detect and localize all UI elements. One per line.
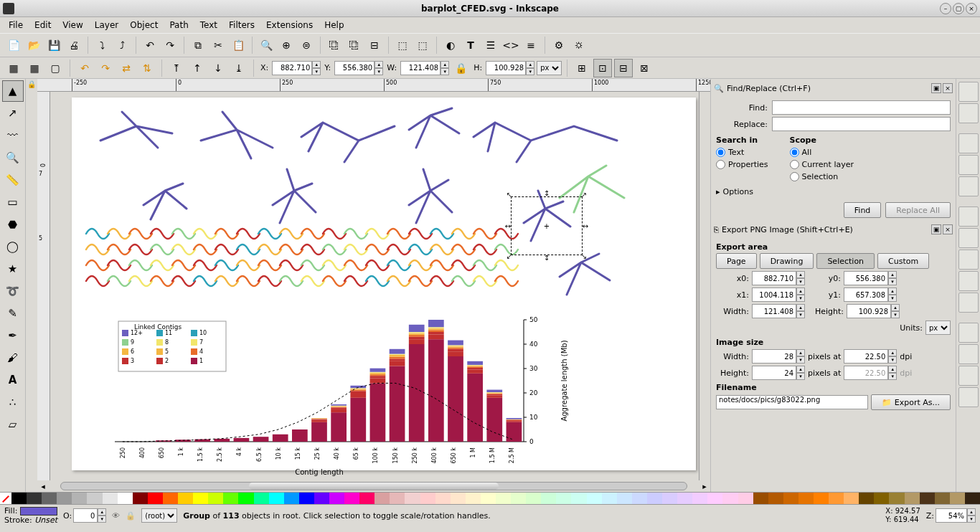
swatch[interactable] xyxy=(390,493,405,504)
swatch[interactable] xyxy=(87,493,102,504)
img-height[interactable] xyxy=(752,366,796,380)
export-units[interactable]: px xyxy=(925,320,951,335)
swatch[interactable] xyxy=(768,493,783,504)
layer-lock-icon[interactable]: 🔒 xyxy=(126,511,136,521)
export-height[interactable] xyxy=(847,304,891,318)
undo-button[interactable]: ↶ xyxy=(141,36,159,54)
swatch[interactable] xyxy=(905,493,920,504)
tweak-tool[interactable]: 〰 xyxy=(2,125,24,146)
horizontal-scrollbar[interactable]: ◂ ▸ xyxy=(37,480,710,492)
panel-close-button-2[interactable]: × xyxy=(943,224,953,234)
ungroup-button[interactable]: ⬚ xyxy=(413,36,432,54)
swatch[interactable] xyxy=(677,493,692,504)
swatch[interactable] xyxy=(571,493,586,504)
paste-button[interactable]: 📋 xyxy=(229,36,248,54)
redo-button[interactable]: ↷ xyxy=(161,36,179,54)
close-button[interactable]: × xyxy=(966,3,977,14)
affect-gradient-button[interactable]: ⊟ xyxy=(614,59,633,77)
calligraphy-tool[interactable]: 🖌 xyxy=(2,347,24,369)
swatch[interactable] xyxy=(344,493,359,504)
swatch[interactable] xyxy=(148,493,163,504)
swatch[interactable] xyxy=(935,493,950,504)
no-fill-swatch[interactable] xyxy=(0,493,11,504)
snap-toggle-2[interactable] xyxy=(958,103,979,123)
zoom-draw-button[interactable]: ⊕ xyxy=(277,36,296,54)
swatch[interactable] xyxy=(617,493,632,504)
swatch[interactable] xyxy=(783,493,798,504)
snap-toggle-11[interactable] xyxy=(958,323,979,343)
swatch[interactable] xyxy=(707,493,722,504)
export-tab-custom[interactable]: Custom xyxy=(877,253,929,269)
searchin-text-radio[interactable]: Text xyxy=(716,148,768,157)
star-tool[interactable]: ★ xyxy=(2,258,24,280)
swatch[interactable] xyxy=(647,493,662,504)
align-button[interactable]: ≡ xyxy=(522,36,540,54)
options-expander[interactable]: ▸ Options xyxy=(716,187,951,196)
swatch[interactable] xyxy=(193,493,208,504)
unit-select[interactable]: px xyxy=(537,61,562,75)
spray-tool[interactable]: ∴ xyxy=(2,391,24,413)
swatch[interactable] xyxy=(133,493,148,504)
scope-layer-radio[interactable]: Current layer xyxy=(790,160,854,169)
spiral-tool[interactable]: ➰ xyxy=(2,280,24,302)
swatch[interactable] xyxy=(814,493,829,504)
opacity-input[interactable] xyxy=(73,508,98,523)
menu-layer[interactable]: Layer xyxy=(90,19,123,32)
save-button[interactable]: 💾 xyxy=(44,36,63,54)
searchin-properties-radio[interactable]: Properties xyxy=(716,160,768,169)
swatch[interactable] xyxy=(435,493,451,504)
snap-toggle-3[interactable] xyxy=(958,133,979,153)
swatch[interactable] xyxy=(72,493,87,504)
canvas[interactable]: ↖ ↗ ↙ ↘ ↕ ↕ ↔ ↔ + 010203040502504006501 … xyxy=(50,92,699,480)
swatch[interactable] xyxy=(541,493,556,504)
zoom-sel-button[interactable]: 🔍 xyxy=(257,36,275,54)
open-button[interactable]: 📂 xyxy=(24,36,43,54)
measure-tool[interactable]: 📏 xyxy=(2,169,24,191)
x-input[interactable] xyxy=(272,61,312,75)
menu-filters[interactable]: Filters xyxy=(225,19,259,32)
find-button[interactable]: Find xyxy=(844,202,882,218)
swatch[interactable] xyxy=(329,493,344,504)
color-palette[interactable] xyxy=(0,492,980,505)
filename-input[interactable]: notes/docs/pics/g83022.png xyxy=(716,395,868,409)
swatch[interactable] xyxy=(632,493,647,504)
cut-button[interactable]: ✂ xyxy=(209,36,227,54)
swatch[interactable] xyxy=(163,493,178,504)
menu-edit[interactable]: Edit xyxy=(30,19,55,32)
swatch[interactable] xyxy=(662,493,677,504)
ellipse-tool[interactable]: ◯ xyxy=(2,236,24,257)
select-all-button[interactable]: ▦ xyxy=(4,59,23,77)
swatch[interactable] xyxy=(920,493,935,504)
vertical-scrollbar[interactable] xyxy=(699,92,710,480)
minimize-button[interactable]: – xyxy=(940,3,951,14)
export-x0[interactable] xyxy=(752,271,796,285)
scope-selection-radio[interactable]: Selection xyxy=(790,172,854,181)
prefs-button[interactable]: ⚙ xyxy=(550,36,568,54)
copy-button[interactable]: ⧉ xyxy=(189,36,207,54)
replace-input[interactable] xyxy=(772,117,951,131)
rect-tool[interactable]: ▭ xyxy=(2,191,24,213)
snap-toggle-6[interactable] xyxy=(958,206,979,227)
swatch[interactable] xyxy=(103,493,118,504)
swatch[interactable] xyxy=(254,493,269,504)
swatch[interactable] xyxy=(451,493,466,504)
swatch[interactable] xyxy=(223,493,238,504)
swatch[interactable] xyxy=(118,493,133,504)
zoom-tool[interactable]: 🔍 xyxy=(2,147,24,168)
swatch[interactable] xyxy=(859,493,874,504)
swatch[interactable] xyxy=(238,493,253,504)
maximize-button[interactable]: ▢ xyxy=(953,3,964,14)
snap-toggle-12[interactable] xyxy=(958,344,979,364)
swatch[interactable] xyxy=(208,493,223,504)
affect-pattern-button[interactable]: ⊠ xyxy=(635,59,654,77)
swatch[interactable] xyxy=(798,493,814,504)
swatch[interactable] xyxy=(753,493,768,504)
menu-text[interactable]: Text xyxy=(196,19,222,32)
dpi-2[interactable] xyxy=(844,366,888,380)
panel-close-button[interactable]: × xyxy=(943,83,953,93)
zoom-input[interactable] xyxy=(936,508,967,523)
swatch[interactable] xyxy=(889,493,904,504)
import-button[interactable]: ⤵ xyxy=(93,36,111,54)
zoom-page-button[interactable]: ⊜ xyxy=(297,36,316,54)
bezier-tool[interactable]: ✒ xyxy=(2,325,24,346)
